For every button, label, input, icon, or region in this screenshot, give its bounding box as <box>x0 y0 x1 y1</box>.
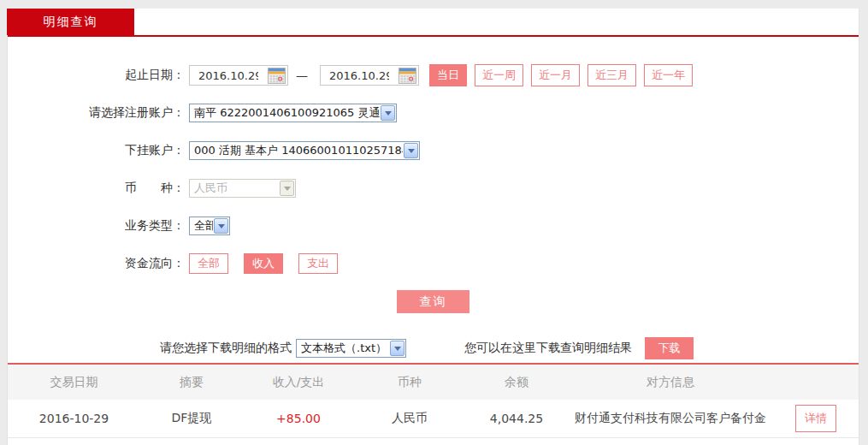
chevron-down-icon[interactable] <box>381 105 395 121</box>
header-currency: 币种 <box>354 375 465 390</box>
table-header-row: 交易日期 摘要 收入/支出 币种 余额 对方信息 <box>8 365 859 400</box>
download-format-select[interactable]: 文本格式（.txt） <box>296 339 406 358</box>
quick-range-3months-button[interactable]: 近三月 <box>588 64 636 86</box>
fund-flow-row: 资金流向： 全部 收入 支出 <box>8 252 859 275</box>
chevron-down-icon[interactable] <box>390 341 404 356</box>
fund-flow-label: 资金流向： <box>8 256 185 271</box>
register-account-row: 请选择注册账户： 南平 6222001406100921065 灵通卡 <box>8 102 859 124</box>
register-account-select[interactable]: 南平 6222001406100921065 灵通卡 <box>189 104 397 122</box>
detail-button[interactable]: 详情 <box>795 405 836 432</box>
end-date-field[interactable] <box>320 65 419 86</box>
business-type-row: 业务类型： 全部 <box>8 215 859 237</box>
download-format-label: 请您选择下载明细的格式 <box>160 341 292 356</box>
currency-label: 币 种： <box>8 181 185 196</box>
cell-trade-date: 2016-10-29 <box>8 412 140 425</box>
cell-balance: 4,044.25 <box>465 412 568 425</box>
cell-amount: +85.00 <box>243 412 354 425</box>
calendar-icon[interactable] <box>268 68 286 84</box>
fund-flow-income-button[interactable]: 收入 <box>244 253 283 274</box>
header-counterparty: 对方信息 <box>568 375 773 390</box>
download-format-value: 文本格式（.txt） <box>297 341 389 356</box>
download-hint: 您可以在这里下载查询明细结果 <box>464 341 632 356</box>
header-balance: 余额 <box>465 375 568 390</box>
currency-row: 币 种： 人民币 <box>8 177 859 199</box>
table-row: 2016-10-29 DF提现 +85.00 人民币 4,044.25 财付通支… <box>8 400 859 438</box>
register-account-value: 南平 6222001406100921065 灵通卡 <box>190 105 380 121</box>
fund-flow-expense-button[interactable]: 支出 <box>298 253 338 274</box>
sub-account-label: 下挂账户： <box>8 143 185 158</box>
date-separator: — <box>296 68 308 82</box>
download-button[interactable]: 下载 <box>645 337 694 359</box>
tab-bar: 明细查询 <box>8 9 859 35</box>
sub-account-value: 000 活期 基本户 1406600101102571848 <box>190 143 403 158</box>
date-range-row: 起止日期： — <box>8 64 859 86</box>
quick-range-week-button[interactable]: 近一周 <box>475 64 523 86</box>
quick-range-month-button[interactable]: 近一月 <box>531 64 580 86</box>
download-row: 请您选择下载明细的格式 文本格式（.txt） 您可以在这里下载查询明细结果 下载 <box>8 337 859 359</box>
register-account-label: 请选择注册账户： <box>8 105 185 121</box>
cell-action: 详情 <box>773 405 859 432</box>
quick-range-year-button[interactable]: 近一年 <box>644 64 693 86</box>
header-summary: 摘要 <box>140 375 243 390</box>
quick-range-today-button[interactable]: 当日 <box>429 64 467 86</box>
query-form: 起止日期： — <box>8 37 859 313</box>
fund-flow-all-button[interactable]: 全部 <box>189 253 228 274</box>
business-type-label: 业务类型： <box>8 218 185 234</box>
end-date-input[interactable] <box>321 69 389 82</box>
header-trade-date: 交易日期 <box>8 375 140 390</box>
business-type-select[interactable]: 全部 <box>189 217 230 235</box>
cell-currency: 人民币 <box>354 411 465 426</box>
sub-account-select[interactable]: 000 活期 基本户 1406600101102571848 <box>189 141 420 160</box>
calendar-icon[interactable] <box>399 68 416 84</box>
chevron-down-icon[interactable] <box>404 143 418 158</box>
cell-summary: DF提现 <box>140 411 243 426</box>
business-type-value: 全部 <box>190 218 213 234</box>
chevron-down-icon[interactable] <box>214 218 228 234</box>
sub-account-row: 下挂账户： 000 活期 基本户 1406600101102571848 <box>8 139 859 162</box>
cell-counterparty: 财付通支付科技有限公司客户备付金 <box>568 411 773 426</box>
header-income-expense: 收入/支出 <box>243 375 354 390</box>
chevron-down-icon <box>280 181 294 196</box>
currency-select: 人民币 <box>189 179 296 198</box>
start-date-input[interactable] <box>190 69 258 82</box>
query-button[interactable]: 查询 <box>397 290 469 313</box>
tab-detail-query[interactable]: 明细查询 <box>7 9 134 35</box>
content-panel: 明细查询 起止日期： <box>7 9 859 445</box>
currency-value: 人民币 <box>190 181 279 196</box>
start-date-field[interactable] <box>189 65 288 86</box>
date-range-label: 起止日期： <box>8 68 185 83</box>
